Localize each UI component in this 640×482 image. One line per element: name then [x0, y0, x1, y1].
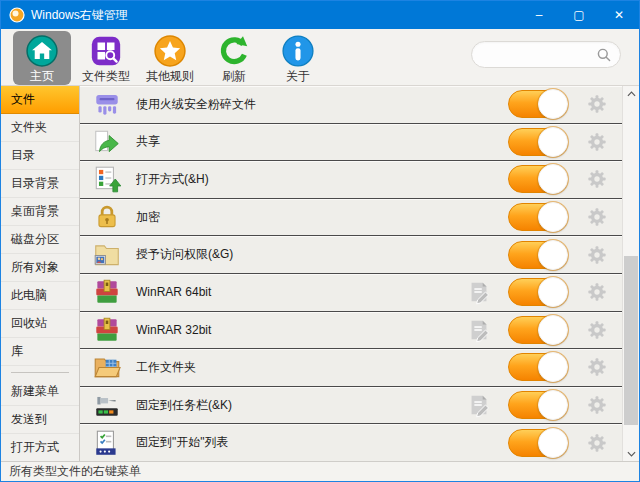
gear-icon[interactable] [586, 244, 608, 266]
toggle-switch[interactable] [508, 316, 568, 344]
toolbar-button-label: 刷新 [222, 70, 246, 83]
scrollbar-track [623, 101, 639, 446]
gear-icon[interactable] [586, 131, 608, 153]
list-item-label: 工作文件夹 [136, 359, 508, 376]
maximize-button[interactable]: ▢ [559, 1, 599, 29]
toolbar-button-other-rules[interactable]: 其他规则 [141, 31, 199, 85]
titlebar: Windows右键管理 – ▢ ✕ [1, 1, 639, 29]
toggle-switch[interactable] [508, 90, 568, 118]
sidebar-item-label: 磁盘分区 [11, 231, 59, 248]
sidebar-item-directory[interactable]: 目录 [1, 142, 79, 170]
toggle-switch[interactable] [508, 429, 568, 457]
toolbar: 主页文件类型其他规则刷新关于 [1, 29, 639, 86]
window-controls: – ▢ ✕ [519, 1, 639, 29]
toggle-knob [538, 164, 568, 194]
sidebar-item-disk-partition[interactable]: 磁盘分区 [1, 226, 79, 254]
toggle-knob [538, 428, 568, 458]
list-item-label: WinRAR 64bit [136, 285, 466, 299]
winrar-icon [92, 315, 122, 345]
edit-icon[interactable] [466, 392, 492, 418]
search-icon [596, 47, 612, 63]
gear-icon[interactable] [586, 168, 608, 190]
gear-icon[interactable] [586, 394, 608, 416]
app-icon [9, 7, 25, 23]
main-panel: 使用火绒安全粉碎文件共享打开方式(&H)加密授予访问权限(&G)WinRAR 6… [80, 86, 639, 461]
toolbar-button-home[interactable]: 主页 [13, 31, 71, 85]
sidebar-item-library[interactable]: 库 [1, 338, 79, 366]
toggle-knob [538, 240, 568, 270]
list-item[interactable]: 授予访问权限(&G) [80, 236, 622, 274]
gear-icon[interactable] [586, 319, 608, 341]
sidebar-item-open-with[interactable]: 打开方式 [1, 434, 79, 462]
toggle-knob [538, 277, 568, 307]
toggle-switch[interactable] [508, 241, 568, 269]
sidebar-item-all-objects[interactable]: 所有对象 [1, 254, 79, 282]
about-icon [281, 34, 315, 68]
toggle-switch[interactable] [508, 203, 568, 231]
list-item[interactable]: WinRAR 64bit [80, 274, 622, 312]
gear-icon[interactable] [586, 281, 608, 303]
sidebar-item-file[interactable]: 文件 [1, 86, 79, 114]
sidebar-divider [1, 366, 79, 378]
list-item-label: 共享 [136, 133, 508, 150]
grant-access-icon [92, 240, 122, 270]
minimize-button[interactable]: – [519, 1, 559, 29]
scrollbar-thumb[interactable] [624, 256, 638, 425]
sidebar-item-label: 桌面背景 [11, 203, 59, 220]
sidebar-item-desktop-bg[interactable]: 桌面背景 [1, 198, 79, 226]
toolbar-buttons: 主页文件类型其他规则刷新关于 [13, 29, 327, 85]
toggle-switch[interactable] [508, 391, 568, 419]
sidebar-item-label: 打开方式 [11, 439, 59, 456]
search-box[interactable] [471, 41, 621, 68]
list-item[interactable]: 工作文件夹 [80, 349, 622, 387]
scroll-up-icon[interactable] [623, 86, 639, 101]
sidebar-item-this-pc[interactable]: 此电脑 [1, 282, 79, 310]
work-folders-icon [92, 352, 122, 382]
status-text: 所有类型文件的右键菜单 [9, 463, 141, 480]
list-item[interactable]: 使用火绒安全粉碎文件 [80, 86, 622, 124]
toolbar-button-label: 关于 [286, 70, 310, 83]
shredder-icon [92, 89, 122, 119]
close-button[interactable]: ✕ [599, 1, 639, 29]
sidebar-item-dir-bg[interactable]: 目录背景 [1, 170, 79, 198]
edit-icon[interactable] [466, 279, 492, 305]
sidebar-item-send-to[interactable]: 发送到 [1, 406, 79, 434]
list-item-label: 加密 [136, 209, 508, 226]
list-item[interactable]: WinRAR 32bit [80, 312, 622, 350]
toolbar-button-label: 文件类型 [82, 70, 130, 83]
sidebar-item-folder[interactable]: 文件夹 [1, 114, 79, 142]
toggle-knob [538, 390, 568, 420]
list-item[interactable]: 固定到"开始"列表 [80, 424, 622, 461]
sidebar-item-label: 文件 [11, 91, 35, 108]
list-item[interactable]: 加密 [80, 199, 622, 237]
sidebar-item-new-menu[interactable]: 新建菜单 [1, 378, 79, 406]
toggle-knob [538, 202, 568, 232]
share-icon [92, 127, 122, 157]
list-item[interactable]: 固定到任务栏(&K) [80, 387, 622, 425]
list-item[interactable]: 共享 [80, 124, 622, 162]
gear-icon[interactable] [586, 93, 608, 115]
gear-icon[interactable] [586, 206, 608, 228]
sidebar-item-label: 目录 [11, 147, 35, 164]
toolbar-button-about[interactable]: 关于 [269, 31, 327, 85]
scroll-down-icon[interactable] [623, 446, 639, 461]
open-with-icon [92, 164, 122, 194]
toolbar-button-file-types[interactable]: 文件类型 [77, 31, 135, 85]
list-item-label: 授予访问权限(&G) [136, 246, 508, 263]
toggle-switch[interactable] [508, 128, 568, 156]
list-item[interactable]: 打开方式(&H) [80, 161, 622, 199]
toolbar-button-refresh[interactable]: 刷新 [205, 31, 263, 85]
menu-item-list: 使用火绒安全粉碎文件共享打开方式(&H)加密授予访问权限(&G)WinRAR 6… [80, 86, 639, 461]
toggle-switch[interactable] [508, 278, 568, 306]
edit-icon[interactable] [466, 317, 492, 343]
list-item-label: WinRAR 32bit [136, 323, 466, 337]
sidebar-item-label: 目录背景 [11, 175, 59, 192]
search-input[interactable] [484, 48, 596, 62]
gear-icon[interactable] [586, 432, 608, 454]
sidebar-item-label: 新建菜单 [11, 383, 59, 400]
toggle-switch[interactable] [508, 353, 568, 381]
gear-icon[interactable] [586, 356, 608, 378]
sidebar-item-recycle-bin[interactable]: 回收站 [1, 310, 79, 338]
sidebar: 文件文件夹目录目录背景桌面背景磁盘分区所有对象此电脑回收站库新建菜单发送到打开方… [1, 86, 80, 461]
toggle-switch[interactable] [508, 165, 568, 193]
